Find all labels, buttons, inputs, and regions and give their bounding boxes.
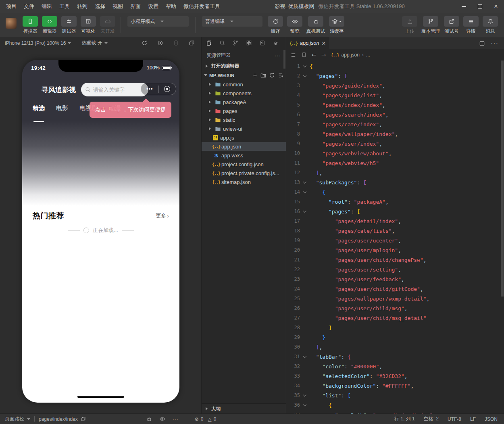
fold-chevron-icon[interactable] <box>300 182 310 183</box>
refresh-icon[interactable] <box>269 72 275 78</box>
code-line-34[interactable]: 34 "backgroundColor": "#FFFFFF", <box>286 381 504 391</box>
code-line-7[interactable]: 7 "pages/cate/index", <box>286 119 504 129</box>
code-line-20[interactable]: 20 "pages/user/mplogin", <box>286 245 504 255</box>
toolbar-button-external[interactable]: 测试号 <box>444 16 459 34</box>
phone-tab-精选[interactable]: 精选 <box>33 103 45 119</box>
outline-list-icon[interactable] <box>290 52 296 58</box>
menu-帮助[interactable]: 帮助 <box>162 0 180 13</box>
code-line-19[interactable]: 19 "pages/user/ucenter", <box>286 236 504 245</box>
menu-微信开发者工具[interactable]: 微信开发者工具 <box>180 0 224 13</box>
eye-icon[interactable] <box>159 416 165 422</box>
collapse-all-icon[interactable] <box>278 73 283 78</box>
toolbar-button-bug[interactable]: 真机调试 <box>306 16 325 34</box>
search-box[interactable] <box>81 83 148 96</box>
close-button[interactable]: × <box>488 0 504 13</box>
code-line-25[interactable]: 25 "pages/wallpaper/wxmp-detail", <box>286 294 504 303</box>
tree-item-app.json[interactable]: {..}app.json <box>202 142 286 151</box>
toolbar-button-phone[interactable]: 模拟器 <box>23 16 38 34</box>
code-line-37[interactable]: 37 "pagePath": "pages/index/index", <box>286 410 504 414</box>
blocks-icon[interactable] <box>242 37 256 49</box>
code-line-17[interactable]: 17 "pages/detail/index", <box>286 216 504 226</box>
code-line-26[interactable]: 26 "pages/user/child/msg", <box>286 303 504 313</box>
menu-文件[interactable]: 文件 <box>20 0 38 13</box>
code-line-14[interactable]: 14 { <box>286 187 504 197</box>
code-line-36[interactable]: 36 { <box>286 400 504 410</box>
code-line-3[interactable]: 3 "pages/guide/index", <box>286 81 504 90</box>
toolbar-button-menu[interactable]: 详情 <box>463 16 479 34</box>
refresh-icon[interactable] <box>142 40 148 46</box>
fold-chevron-icon[interactable] <box>300 192 310 193</box>
page-path-control[interactable]: 页面路径 pages/index/index <box>5 416 86 422</box>
code-line-1[interactable]: 1{ <box>286 61 504 71</box>
menu-工具[interactable]: 工具 <box>56 0 73 13</box>
tree-item-sitemap.json[interactable]: {..}sitemap.json <box>202 178 286 186</box>
split-editor-icon[interactable] <box>479 40 485 46</box>
menu-编辑[interactable]: 编辑 <box>38 0 56 13</box>
tree-item-project.config.json[interactable]: {..}project.config.json <box>202 160 286 169</box>
tree-item-project.private.config.js...[interactable]: {..}project.private.config.js... <box>202 169 286 178</box>
tree-item-packageA[interactable]: packageA <box>202 98 286 107</box>
code-line-31[interactable]: 31 "tabBar": { <box>286 352 504 361</box>
outline-section[interactable]: 大纲 <box>202 403 286 414</box>
menu-项目[interactable]: 项目 <box>2 0 20 13</box>
fold-chevron-icon[interactable] <box>300 405 310 406</box>
code-line-2[interactable]: 2 "pages": [ <box>286 71 504 81</box>
search-input[interactable] <box>93 87 137 93</box>
more-actions-button[interactable]: ··· <box>275 52 281 58</box>
tab-app-json[interactable]: {..} app.json ✕ <box>286 37 329 49</box>
fold-chevron-icon[interactable] <box>300 211 310 212</box>
toolbar-button-cloud[interactable]: 云开发 <box>100 16 115 34</box>
tree-item-static[interactable]: static <box>202 115 286 124</box>
teapot-icon[interactable] <box>269 37 282 49</box>
code-line-6[interactable]: 6 "pages/search/index", <box>286 110 504 119</box>
menu-设置[interactable]: 设置 <box>144 0 162 13</box>
close-tab-icon[interactable]: ✕ <box>321 40 326 46</box>
menu-视图[interactable]: 视图 <box>109 0 127 13</box>
multi-window-icon[interactable] <box>189 40 195 46</box>
tree-item-app.js[interactable]: JSapp.js <box>202 133 286 142</box>
code-line-27[interactable]: 27 "pages/user/child/msg_detail" <box>286 313 504 323</box>
code-line-11[interactable]: 11 "pages/webview/h5" <box>286 158 504 168</box>
branch-icon[interactable] <box>229 37 242 49</box>
problems-indicator[interactable]: ⊗ 0 △ 0 <box>195 416 217 422</box>
bookmark-icon[interactable] <box>301 52 307 58</box>
code-line-23[interactable]: 23 "pages/user/feedback", <box>286 274 504 284</box>
code-line-8[interactable]: 8 "pages/wallpaper/index", <box>286 129 504 139</box>
code-line-22[interactable]: 22 "pages/user/setting", <box>286 265 504 274</box>
menu-选择[interactable]: 选择 <box>91 0 109 13</box>
open-editors-section[interactable]: 打开的编辑器 <box>202 61 286 71</box>
code-line-9[interactable]: 9 "pages/user/index", <box>286 139 504 148</box>
record-icon[interactable] <box>157 40 163 46</box>
explorer-scrollbar[interactable] <box>283 50 285 69</box>
code-line-12[interactable]: 12 ], <box>286 168 504 178</box>
compile-select[interactable]: 普通编译 <box>202 16 262 27</box>
toolbar-button-code[interactable]: 编辑器 <box>42 16 57 34</box>
code-line-28[interactable]: 28 ] <box>286 323 504 332</box>
code-line-13[interactable]: 13 "subPackages": [ <box>286 178 504 187</box>
minimize-button[interactable] <box>456 0 472 13</box>
code-editor[interactable]: 1{2 "pages": [3 "pages/guide/index",4 "p… <box>286 61 504 414</box>
fold-chevron-icon[interactable] <box>300 395 310 396</box>
back-arrow-icon[interactable]: ← <box>312 52 317 58</box>
project-section[interactable]: MP-WEIXIN <box>202 71 286 80</box>
device-icon[interactable] <box>173 40 179 46</box>
file-s-icon[interactable] <box>256 37 269 49</box>
toolbar-button-layers[interactable]: 清缓存 <box>329 16 344 34</box>
editor-more-actions[interactable]: ··· <box>491 40 498 47</box>
statusbar-segment-3[interactable]: LF <box>470 416 476 422</box>
statusbar-segment-2[interactable]: UTF-8 <box>448 416 461 422</box>
tree-item-components[interactable]: components <box>202 89 286 98</box>
statusbar-segment-4[interactable]: JSON <box>485 416 498 422</box>
menu-转到[interactable]: 转到 <box>73 0 91 13</box>
menu-界面[interactable]: 界面 <box>127 0 144 13</box>
toolbar-button-bell[interactable]: 消息 <box>483 16 498 34</box>
toolbar-button-eye[interactable]: 预览 <box>287 16 302 34</box>
tree-item-pages[interactable]: pages <box>202 107 286 115</box>
fold-chevron-icon[interactable] <box>300 66 310 67</box>
code-line-18[interactable]: 18 "pages/cate/lists", <box>286 226 504 236</box>
code-line-4[interactable]: 4 "pages/guide/list", <box>286 90 504 100</box>
fold-chevron-icon[interactable] <box>300 356 310 357</box>
toolbar-button-layout[interactable]: 可视化 <box>81 16 96 34</box>
new-folder-icon[interactable] <box>260 73 266 78</box>
forward-arrow-icon[interactable]: → <box>321 52 326 58</box>
